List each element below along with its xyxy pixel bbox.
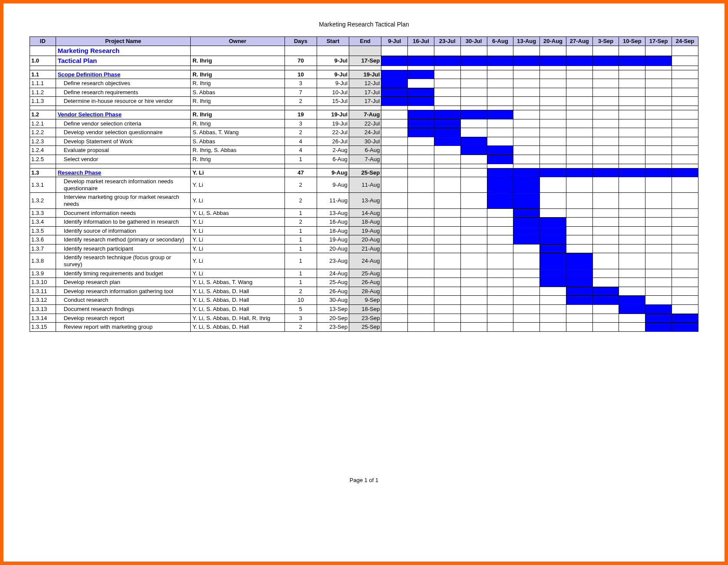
gantt-cell <box>592 287 619 296</box>
gantt-cell <box>460 70 487 79</box>
gantt-cell <box>645 226 672 235</box>
gantt-cell <box>592 168 619 177</box>
id-cell: 1.1.1 <box>30 79 56 88</box>
gantt-cell <box>566 137 592 146</box>
spacer-cell <box>349 106 381 110</box>
gantt-cell <box>592 235 619 245</box>
start-cell: 30-Aug <box>317 296 349 305</box>
hdr-start: Start <box>317 37 349 46</box>
table-row: 1.3.11Develop research information gathe… <box>30 287 698 296</box>
gantt-cell <box>487 88 513 97</box>
gantt-cell <box>540 79 566 88</box>
owner-cell: R. Ihrig <box>191 119 285 128</box>
table-row: 1.3.7Identify research participantY. Li1… <box>30 244 698 253</box>
spacer-cell <box>30 164 56 168</box>
gantt-cell <box>460 128 487 137</box>
gantt-cell <box>566 278 592 287</box>
end-cell: 25-Aug <box>349 269 381 278</box>
gantt-cell <box>672 269 698 278</box>
gantt-cell <box>434 128 460 137</box>
hdr-date: 16-Jul <box>408 37 434 46</box>
end-cell: 25-Sep <box>349 323 381 332</box>
start-cell <box>317 46 349 56</box>
gantt-cell <box>408 119 434 128</box>
gantt-cell <box>672 208 698 218</box>
table-row: 1.3.14Develop research reportY. Li, S. A… <box>30 314 698 323</box>
owner-cell: Y. Li, S. Abbas, D. Hall <box>191 287 285 296</box>
end-cell: 17-Sep <box>349 56 381 66</box>
gantt-cell <box>513 323 540 332</box>
gantt-cell <box>645 137 672 146</box>
gantt-cell <box>592 269 619 278</box>
gantt-cell <box>460 110 487 119</box>
start-cell: 9-Jul <box>317 70 349 79</box>
gantt-cell <box>619 278 645 287</box>
gantt-cell <box>460 119 487 128</box>
gantt-cell <box>645 146 672 155</box>
end-cell: 26-Aug <box>349 278 381 287</box>
gantt-cell <box>513 177 540 193</box>
hdr-days: Days <box>285 37 317 46</box>
gantt-cell <box>487 235 513 245</box>
gantt-cell <box>540 88 566 97</box>
table-row: 1.3.5Identify source of informationY. Li… <box>30 226 698 235</box>
spacer-cell <box>317 106 349 110</box>
project-cell: Develop research information gathering t… <box>56 287 191 296</box>
days-cell: 1 <box>285 278 317 287</box>
gantt-cell <box>513 46 540 56</box>
gantt-cell <box>408 208 434 218</box>
gantt-cell <box>381 56 408 66</box>
gantt-cell <box>566 128 592 137</box>
hdr-date: 30-Jul <box>460 37 487 46</box>
owner-cell: Y. Li, S. Abbas, D. Hall <box>191 296 285 305</box>
gantt-cell <box>566 208 592 218</box>
gantt-cell <box>566 218 592 227</box>
gantt-cell <box>619 193 645 208</box>
id-cell: 1.3.4 <box>30 218 56 227</box>
gantt-cell <box>645 208 672 218</box>
gantt-cell <box>566 177 592 193</box>
owner-cell: S. Abbas, T. Wang <box>191 128 285 137</box>
gantt-cell <box>619 128 645 137</box>
start-cell: 26-Jul <box>317 137 349 146</box>
gantt-cell <box>434 323 460 332</box>
spacer-cell <box>349 66 381 70</box>
owner-cell: S. Abbas <box>191 137 285 146</box>
id-cell: 1.3.12 <box>30 296 56 305</box>
gantt-cell <box>408 269 434 278</box>
gantt-cell <box>381 208 408 218</box>
gantt-cell <box>408 193 434 208</box>
spacer-cell <box>381 106 408 110</box>
gantt-cell <box>434 46 460 56</box>
gantt-cell <box>619 137 645 146</box>
gantt-cell <box>540 226 566 235</box>
gantt-cell <box>487 79 513 88</box>
gantt-cell <box>645 79 672 88</box>
gantt-cell <box>381 278 408 287</box>
gantt-cell <box>408 278 434 287</box>
gantt-cell <box>566 110 592 119</box>
spacer-cell <box>645 164 672 168</box>
days-cell: 5 <box>285 305 317 314</box>
id-cell: 1.2.5 <box>30 155 56 164</box>
gantt-cell <box>513 146 540 155</box>
spacer-cell <box>619 106 645 110</box>
gantt-cell <box>566 314 592 323</box>
project-cell: Research Phase <box>56 168 191 177</box>
header-row: ID Project Name Owner Days Start End 9-J… <box>30 37 698 46</box>
gantt-cell <box>381 177 408 193</box>
gantt-cell <box>513 218 540 227</box>
table-row: 1.1.1Define research objectivesR. Ihrig3… <box>30 79 698 88</box>
gantt-cell <box>566 305 592 314</box>
spacer-cell <box>285 106 317 110</box>
gantt-cell <box>592 46 619 56</box>
spacer-cell <box>460 106 487 110</box>
end-cell: 12-Jul <box>349 79 381 88</box>
start-cell: 19-Jul <box>317 110 349 119</box>
spacer-cell <box>408 164 434 168</box>
gantt-cell <box>408 88 434 97</box>
gantt-cell <box>513 235 540 245</box>
end-cell: 19-Jul <box>349 70 381 79</box>
project-cell: Develop research report <box>56 314 191 323</box>
spacer-cell <box>408 106 434 110</box>
